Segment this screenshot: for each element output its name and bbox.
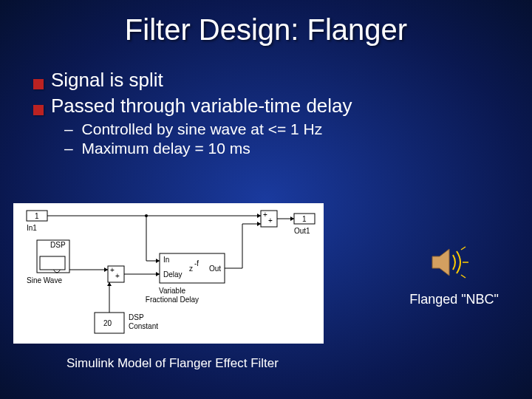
- diagram-caption: Simulink Model of Flanger Effect Filter: [66, 356, 279, 371]
- slide-title: Filter Design: Flanger: [0, 0, 532, 47]
- speaker-icon[interactable]: [429, 244, 473, 284]
- bullet-1: Signal is split: [33, 69, 499, 92]
- bullet-2-text: Passed through variable-time delay: [51, 95, 352, 117]
- subbullet-1-text: Controlled by sine wave at <= 1 Hz: [82, 120, 323, 137]
- svg-text:Variable: Variable: [159, 287, 185, 295]
- svg-line-35: [461, 247, 466, 250]
- svg-marker-15: [156, 272, 160, 276]
- subbullet-1: – Controlled by sine wave at <= 1 Hz: [64, 120, 499, 138]
- subbullet-2-text: Maximum delay = 10 ms: [82, 140, 250, 157]
- svg-marker-27: [290, 216, 294, 221]
- svg-text:Constant: Constant: [129, 322, 158, 330]
- out-port-label: Out1: [294, 227, 310, 235]
- sine-wave-label: Sine Wave: [27, 276, 62, 284]
- sine-dsp-label: DSP: [50, 241, 66, 249]
- svg-marker-34: [432, 249, 449, 276]
- svg-marker-22: [257, 222, 261, 226]
- svg-marker-2: [257, 214, 261, 218]
- bullet-marker-icon: [33, 105, 44, 115]
- bullet-1-text: Signal is split: [51, 69, 163, 92]
- bullet-2: Passed through variable-time delay: [33, 95, 499, 117]
- svg-rect-8: [40, 256, 65, 270]
- bullet-marker-icon: [33, 79, 44, 89]
- svg-line-37: [461, 275, 466, 278]
- simulink-diagram: 1 In1 DSP Sine Wave + + In Delay z -f Ou…: [13, 203, 324, 344]
- svg-text:+: +: [115, 272, 120, 280]
- audio-clip-label: Flanged "NBC": [409, 292, 499, 307]
- content-area: Signal is split Passed through variable-…: [0, 47, 532, 157]
- delay-in-label: In: [163, 256, 169, 264]
- svg-text:Fractional Delay: Fractional Delay: [146, 296, 199, 304]
- delay-exp: -f: [194, 259, 199, 267]
- svg-marker-6: [156, 259, 160, 263]
- svg-text:DSP: DSP: [129, 313, 144, 321]
- svg-text:+: +: [263, 211, 267, 219]
- delay-out-label: Out: [209, 265, 221, 273]
- dash-icon: –: [64, 120, 73, 137]
- dash-icon: –: [64, 140, 73, 157]
- delay-delay-label: Delay: [163, 270, 183, 279]
- in-port-num: 1: [35, 212, 39, 220]
- svg-text:+: +: [268, 216, 273, 225]
- svg-text:+: +: [110, 266, 115, 274]
- svg-marker-13: [104, 267, 108, 272]
- delay-z: z: [189, 265, 193, 273]
- out-port-num: 1: [302, 215, 307, 223]
- in-port-label: In1: [27, 224, 37, 232]
- svg-marker-33: [107, 282, 112, 286]
- subbullet-2: – Maximum delay = 10 ms: [64, 140, 499, 157]
- constant-value: 20: [103, 319, 112, 327]
